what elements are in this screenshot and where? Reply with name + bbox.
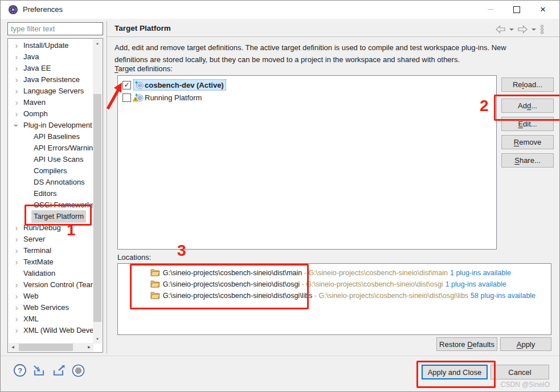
sidebar-tree-item[interactable]: API Errors/Warnings — [9, 142, 93, 154]
watermark: CSDN @SineIO — [501, 381, 550, 389]
back-history-dropdown-icon[interactable] — [509, 28, 514, 31]
share-button[interactable]: Share... — [501, 153, 554, 168]
close-button[interactable]: × — [530, 1, 556, 18]
plugin-count: 1 plug-ins available — [445, 280, 506, 288]
chevron-icon[interactable] — [12, 256, 21, 268]
tree-item-label: API Use Scans — [31, 153, 85, 166]
location-row[interactable]: G:\sineio-projects\cosbench-sineio\dist\… — [118, 267, 551, 279]
scroll-right-icon[interactable]: ▶ — [85, 343, 93, 352]
help-icon[interactable]: ? — [13, 364, 27, 377]
apply-button[interactable]: Apply — [500, 337, 551, 351]
maximize-button[interactable] — [504, 1, 530, 18]
tree-item-label: Editors — [31, 187, 59, 200]
scroll-up-icon[interactable]: ▲ — [93, 39, 102, 48]
sidebar-tree-item[interactable]: XML (Wild Web Developer) — [9, 325, 93, 336]
plugin-count: 1 plug-ins available — [450, 269, 511, 277]
chevron-icon[interactable] — [12, 108, 21, 120]
sidebar-tree-item[interactable]: Oomph — [9, 108, 93, 120]
chevron-icon[interactable] — [12, 85, 21, 97]
sidebar-tree-item[interactable]: API Use Scans — [9, 154, 93, 165]
location-row[interactable]: G:\sineio-projects\cosbench-sineio\dist\… — [118, 290, 551, 301]
sidebar-tree-item[interactable]: Target Platform — [9, 211, 93, 222]
sidebar-tree-item[interactable]: DS Annotations — [9, 177, 93, 188]
location-resolved-path: G:\sineio-projects\cosbench-sineio\dist\… — [306, 280, 443, 288]
chevron-icon[interactable] — [12, 74, 21, 85]
definition-label: cosbench-dev (Active) — [145, 81, 224, 89]
chevron-icon[interactable] — [12, 325, 21, 336]
chevron-icon[interactable] — [12, 245, 21, 256]
sidebar-tree-item[interactable]: TextMate — [9, 256, 93, 268]
scroll-down-icon[interactable]: ▼ — [93, 335, 102, 344]
tree-horizontal-scrollbar[interactable]: ◀ ▶ — [9, 343, 93, 352]
chevron-icon[interactable] — [12, 120, 21, 131]
horizontal-scroll-thumb[interactable] — [19, 344, 73, 351]
chevron-icon[interactable] — [12, 51, 21, 63]
target-definition-row[interactable]: Running Platform — [118, 91, 496, 104]
forward-arrow-icon[interactable] — [517, 25, 528, 34]
sidebar-tree-item[interactable]: Web Services — [9, 302, 93, 313]
cancel-button[interactable]: Cancel — [490, 365, 549, 379]
sidebar-tree-item[interactable]: Maven — [9, 97, 93, 108]
chevron-icon[interactable] — [12, 222, 21, 234]
eclipse-logo-icon — [8, 5, 18, 15]
sidebar-tree-item[interactable]: Java — [9, 51, 93, 63]
remove-button[interactable]: Remove — [501, 135, 554, 149]
sidebar-tree-item[interactable]: Language Servers — [9, 85, 93, 97]
sidebar-tree-item[interactable]: Run/Debug — [9, 222, 93, 234]
scroll-left-icon[interactable]: ◀ — [9, 343, 17, 352]
chevron-icon[interactable] — [12, 302, 21, 313]
tree-vertical-scrollbar[interactable]: ▲ ▼ — [93, 39, 102, 344]
target-definition-row[interactable]: ✓ cosbench-dev (Active) — [118, 79, 496, 91]
sidebar-tree-item[interactable]: Java Persistence — [9, 74, 93, 85]
folder-icon — [130, 283, 160, 309]
filter-input[interactable] — [7, 22, 103, 35]
definition-checkbox[interactable] — [122, 93, 131, 102]
sidebar-tree-item[interactable]: Java EE — [9, 63, 93, 74]
sidebar-tree-item[interactable]: Compilers — [9, 165, 93, 177]
chevron-icon[interactable] — [12, 291, 21, 302]
sidebar-tree-item[interactable]: Plug-in Development — [9, 120, 93, 131]
vertical-scroll-thumb[interactable] — [93, 94, 101, 322]
svg-text:?: ? — [18, 366, 22, 375]
sidebar-tree-item[interactable]: Validation — [9, 268, 93, 279]
sidebar-tree-item[interactable]: Editors — [9, 188, 93, 199]
location-row[interactable]: G:\sineio-projects\cosbench-sineio\dist\… — [118, 279, 551, 290]
definition-checkbox[interactable]: ✓ — [122, 81, 131, 89]
chevron-icon[interactable] — [12, 234, 21, 245]
apply-and-close-button[interactable]: Apply and Close — [422, 365, 488, 379]
tree-item-label: Maven — [21, 96, 48, 109]
sidebar-tree-item[interactable]: XML — [9, 313, 93, 325]
sidebar-tree-item[interactable]: Web — [9, 291, 93, 302]
sidebar-tree-item[interactable]: OSGi Frameworks — [9, 199, 93, 211]
sidebar-tree-item[interactable]: API Baselines — [9, 131, 93, 142]
sidebar-tree-item[interactable]: Version Control (Team) — [9, 279, 93, 291]
maximize-icon — [513, 6, 520, 13]
definition-label: Running Platform — [145, 93, 202, 102]
import-icon[interactable] — [32, 365, 47, 376]
edit-button[interactable]: Edit... — [501, 117, 554, 131]
header-separator — [107, 36, 560, 37]
preferences-window: Preferences × Install/Update Java — [0, 0, 560, 392]
chevron-icon[interactable] — [12, 97, 21, 108]
chevron-icon[interactable] — [12, 313, 21, 325]
sidebar-tree-item[interactable]: Install/Update — [9, 40, 93, 51]
tree-item-label: Java Persistence — [21, 74, 82, 86]
sidebar-tree-item[interactable]: Server — [9, 234, 93, 245]
page-list-icon[interactable] — [539, 24, 545, 34]
minimize-button[interactable] — [477, 1, 504, 18]
chevron-icon[interactable] — [12, 40, 21, 51]
chevron-icon[interactable] — [12, 63, 21, 74]
minimize-icon — [488, 9, 494, 10]
chevron-icon[interactable] — [12, 279, 21, 291]
close-icon: × — [540, 5, 546, 14]
reload-button[interactable]: Reload... — [501, 77, 554, 92]
tree-item-label: Validation — [21, 267, 58, 280]
tree-item-label: API Baselines — [31, 130, 82, 143]
forward-history-dropdown-icon[interactable] — [532, 28, 536, 31]
sidebar-tree-item[interactable]: Terminal — [9, 245, 93, 256]
restore-defaults-button[interactable]: Restore Defaults — [436, 337, 497, 351]
preference-recorder-icon[interactable] — [72, 364, 85, 377]
export-icon[interactable] — [52, 365, 67, 376]
add-button[interactable]: Add... — [501, 99, 554, 113]
back-arrow-icon[interactable] — [495, 25, 506, 34]
